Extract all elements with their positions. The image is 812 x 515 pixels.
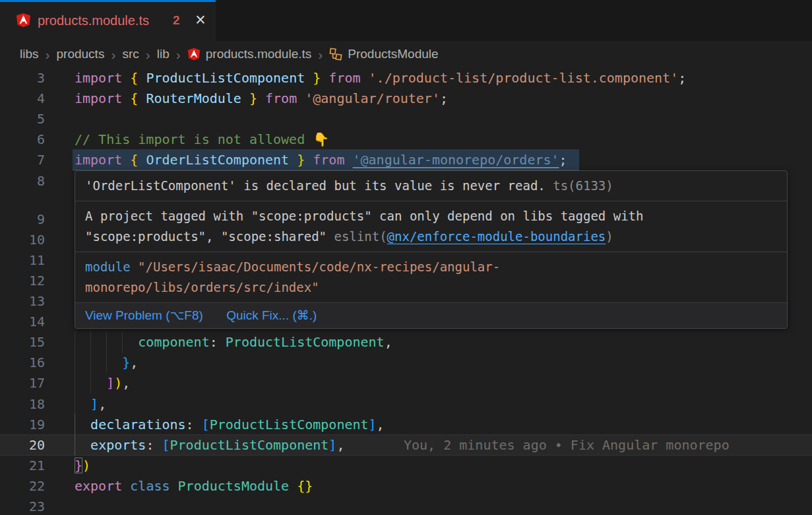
code-line[interactable]: 20 exports: [ProductListComponent],You, … xyxy=(0,434,812,456)
token: [ xyxy=(202,417,210,432)
line-number[interactable]: 13 xyxy=(0,291,45,312)
angular-icon xyxy=(187,48,201,61)
code-line[interactable]: 23 xyxy=(0,496,812,515)
code-line[interactable]: 5 xyxy=(0,108,812,129)
breadcrumb-item-file[interactable]: products.module.ts xyxy=(206,47,312,61)
token xyxy=(257,90,265,106)
token: , xyxy=(377,417,385,432)
token: exports xyxy=(90,437,146,453)
chevron-right-icon: › xyxy=(176,48,181,61)
line-number[interactable]: 6 xyxy=(0,129,45,150)
token: declarations xyxy=(90,417,186,432)
code-text: component: ProductListComponent, xyxy=(75,331,392,353)
code-line[interactable]: 6// This import is not allowed 👇 xyxy=(0,129,812,150)
token: import xyxy=(75,70,130,86)
token: , xyxy=(385,334,392,350)
hover-ts-diagnostic: 'OrderListComponent' is declared but its… xyxy=(75,171,787,201)
module-keyword: module xyxy=(85,259,131,274)
line-number[interactable]: 22 xyxy=(0,475,45,497)
line-number[interactable]: 16 xyxy=(0,352,45,373)
line-number[interactable]: 8 xyxy=(0,170,45,191)
line-number[interactable]: 14 xyxy=(0,311,45,332)
line-number[interactable]: 12 xyxy=(0,270,45,291)
code-text: exports: [ProductListComponent], xyxy=(75,434,344,456)
tab-products-module[interactable]: products.module.ts 2 × xyxy=(0,0,216,41)
token: } xyxy=(75,458,82,473)
token: class xyxy=(130,478,177,494)
eslint-rule-link[interactable]: @nx/enforce-module-boundaries xyxy=(387,229,606,244)
token: : xyxy=(210,334,226,350)
close-icon[interactable]: × xyxy=(190,10,211,31)
line-number[interactable]: 11 xyxy=(0,250,45,271)
token: } xyxy=(297,152,305,168)
token: ] xyxy=(328,437,336,453)
code-line[interactable]: 21}) xyxy=(0,455,812,476)
line-number[interactable]: 10 xyxy=(0,229,45,250)
code-line[interactable]: 18 ], xyxy=(0,394,812,415)
tab-problems-badge: 2 xyxy=(173,0,180,41)
breadcrumb: libs › products › src › lib › products.m… xyxy=(0,41,812,67)
code-line[interactable]: 22export class ProductsModule {} xyxy=(0,475,812,497)
vscode-window: products.module.ts 2 × libs › products ›… xyxy=(0,0,812,515)
tab-filename: products.module.ts xyxy=(38,0,149,41)
breadcrumb-item-src[interactable]: src xyxy=(122,47,139,61)
code-text: import { RouterModule } from '@angular/r… xyxy=(75,88,448,109)
line-number[interactable]: 5 xyxy=(0,108,45,129)
chevron-right-icon: › xyxy=(146,48,150,61)
token: { xyxy=(130,152,146,168)
token: '@angular-monorepo/orders' xyxy=(353,152,559,168)
code-text: ]), xyxy=(75,372,130,394)
hover-eslint-line2: "scope:products", "scope:shared" xyxy=(85,229,334,244)
line-number[interactable]: 3 xyxy=(0,67,45,88)
token xyxy=(75,437,90,453)
chevron-right-icon: › xyxy=(111,48,115,61)
line-number[interactable]: 15 xyxy=(0,331,45,353)
code-line[interactable]: 3import { ProductListComponent } from '.… xyxy=(0,67,812,88)
quick-fix-action[interactable]: Quick Fix... (⌘.) xyxy=(226,308,317,322)
code-text: ], xyxy=(75,394,106,415)
module-path-line1: "/Users/isaac/Documents/code/nx-recipes/… xyxy=(131,259,501,274)
breadcrumb-item-symbol[interactable]: ProductsModule xyxy=(348,47,438,61)
token: {} xyxy=(297,478,313,494)
token xyxy=(305,70,313,86)
breadcrumb-item-lib[interactable]: lib xyxy=(157,47,170,61)
token: import xyxy=(75,90,130,106)
code-line[interactable]: 17 ]), xyxy=(0,372,812,394)
line-number[interactable]: 21 xyxy=(0,455,45,476)
line-number[interactable]: 20 xyxy=(0,434,45,456)
token: ; xyxy=(678,70,686,86)
breadcrumb-item-products[interactable]: products xyxy=(57,47,105,61)
code-line[interactable]: 7import { OrderListComponent } from '@an… xyxy=(0,149,812,170)
breadcrumb-item-libs[interactable]: libs xyxy=(20,47,39,61)
line-number[interactable]: 19 xyxy=(0,414,45,435)
line-number[interactable]: 9 xyxy=(0,209,45,230)
token: ProductListComponent xyxy=(170,437,329,453)
problem-hover-popup: 'OrderListComponent' is declared but its… xyxy=(75,170,788,329)
token: , xyxy=(122,375,130,391)
line-number[interactable]: 17 xyxy=(0,372,45,394)
code-line[interactable]: 16 }, xyxy=(0,352,812,373)
token: from xyxy=(313,152,352,168)
line-number[interactable]: 4 xyxy=(0,88,45,109)
line-number[interactable]: 18 xyxy=(0,394,45,415)
token: ProductsModule xyxy=(178,478,290,494)
symbol-class-icon xyxy=(329,48,342,61)
token: } xyxy=(122,355,130,370)
hover-eslint-line1: A project tagged with "scope:products" c… xyxy=(85,209,643,223)
token xyxy=(321,70,328,86)
token: ) xyxy=(82,458,90,473)
code-line[interactable]: 19 declarations: [ProductListComponent], xyxy=(0,414,812,435)
code-text: // This import is not allowed 👇 xyxy=(75,129,329,150)
line-number[interactable]: 23 xyxy=(0,496,45,515)
code-line[interactable]: 4import { RouterModule } from '@angular/… xyxy=(0,88,812,109)
code-line[interactable]: 15 component: ProductListComponent, xyxy=(0,331,812,353)
token: ] xyxy=(106,375,114,391)
token xyxy=(75,375,106,391)
line-number[interactable]: 7 xyxy=(0,149,45,170)
token: from xyxy=(328,70,368,86)
editor[interactable]: 3import { ProductListComponent } from '.… xyxy=(0,67,812,515)
token xyxy=(75,417,90,432)
token: RouterModule xyxy=(146,90,241,106)
view-problem-action[interactable]: View Problem (⌥F8) xyxy=(85,308,203,322)
token: : xyxy=(186,417,202,432)
